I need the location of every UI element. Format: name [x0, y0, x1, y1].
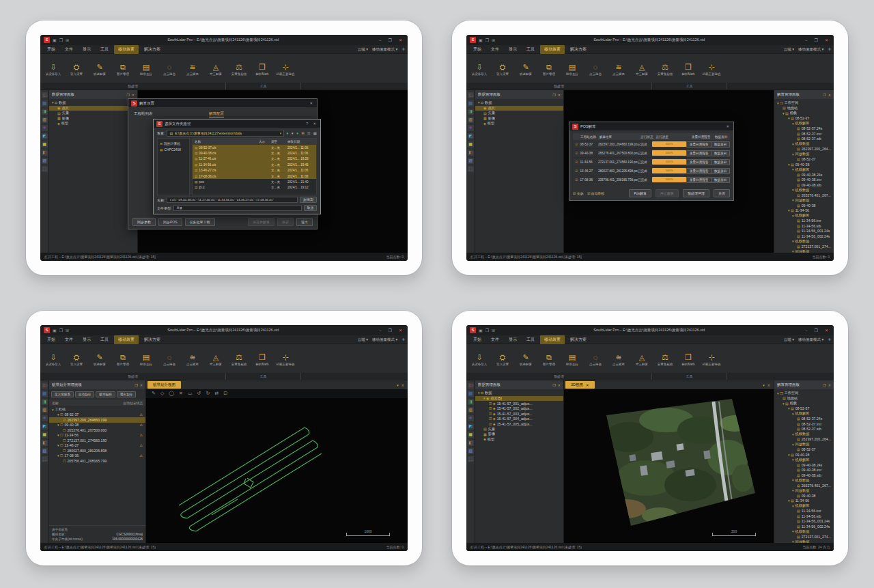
panel-close-icon[interactable]: ✕	[828, 383, 831, 387]
menu-tab[interactable]: 显示	[505, 335, 521, 344]
new-project-icon[interactable]: ⊞	[66, 328, 69, 333]
dialog-close-icon[interactable]: ✕	[308, 101, 314, 105]
ribbon-button[interactable]: ▤ 航带划分	[561, 346, 584, 373]
ribbon-button[interactable]: ✎ 轨迹解算	[514, 55, 537, 83]
toolbar-icon[interactable]: ◩	[468, 423, 474, 430]
tree-item[interactable]: ▾ ▤ 09-40-38	[774, 162, 834, 167]
tab-list-icon[interactable]: ▾	[763, 383, 765, 387]
tree-item[interactable]: ▤ 08-52-37.stb	[774, 137, 834, 142]
tree-item[interactable]: ▤ 11-34-56.stb	[774, 514, 834, 519]
maximize-button[interactable]: ❐	[386, 38, 394, 42]
toolbar-icon[interactable]: ◨	[468, 109, 474, 115]
col-name[interactable]: 名称	[193, 140, 259, 143]
tree-item[interactable]: ☑ ◈ 15-41-57_001_adjus...	[475, 401, 563, 406]
tree-item[interactable]: ◉ 点云	[49, 106, 137, 111]
places-item[interactable]: ⊞ 我的计算机	[158, 140, 189, 147]
tree-item[interactable]: ▾ 回放数据	[774, 198, 834, 204]
tree-item-checkbox[interactable]: ☐	[63, 459, 66, 463]
panel-close-icon[interactable]: ✕	[140, 383, 143, 387]
draw-tool-icon[interactable]: ⊡	[223, 391, 227, 396]
dialog-toolbar-icon[interactable]: ☰	[307, 131, 311, 135]
ribbon-button[interactable]: ⊹ 机载正射融合	[274, 55, 297, 83]
tree-item[interactable]: ▤ 272137.001_274...	[774, 244, 834, 249]
menu-tab[interactable]: 解决方案	[566, 335, 591, 344]
ribbon-button[interactable]: ⊹ 机载正射融合	[274, 346, 297, 373]
view3d-tab[interactable]: 3D视图 ✕	[565, 381, 595, 389]
tree-item-checkbox[interactable]: ▾	[52, 408, 54, 412]
tree-item[interactable]: ▤ 11-34-56.imr	[774, 219, 834, 224]
menu-tab[interactable]: 移动装置	[540, 335, 565, 344]
solve-config-tab[interactable]: 解算配置	[209, 111, 224, 117]
dialog-toolbar-icon[interactable]: ●	[286, 131, 288, 135]
ribbon-button[interactable]: ▤ 航带划分	[561, 55, 584, 83]
toolbar-icon[interactable]: ◧	[468, 440, 474, 446]
sync-params-button[interactable]: 同步参数	[132, 218, 156, 226]
menu-tab[interactable]: 显示	[79, 335, 95, 344]
ribbon-button[interactable]: ◬ 空三解算	[204, 346, 227, 373]
ribbon-button[interactable]: ✎ 轨迹解算	[88, 346, 111, 373]
menu-tab[interactable]: 开始	[469, 335, 485, 344]
tab-close-icon[interactable]: ✕	[767, 383, 770, 387]
file-row[interactable]: ▤pos 文...夹 2024/1... 21:40	[193, 179, 316, 184]
menu-tab[interactable]: 文件	[487, 45, 503, 54]
file-row[interactable]: ▤13-46-27.cls 文...夹 2024/1... 11:06	[193, 168, 316, 173]
tree-item[interactable]: ▾ ☑ 08-52-37 ⚠	[49, 412, 145, 418]
cloud-dropdown[interactable]: 云端 ▾	[358, 337, 368, 342]
tree-item[interactable]: ▤ 08-52-37.24s	[774, 126, 834, 132]
strip-view-tab[interactable]: 航带划分视图	[147, 381, 181, 389]
close-dialog-button[interactable]: 关闭	[714, 189, 730, 197]
menu-tab[interactable]: 文件	[61, 335, 77, 344]
ribbon-button[interactable]: ⇩ 从设备导入	[42, 55, 65, 83]
toolbar-icon[interactable]: ✛	[42, 415, 48, 421]
menu-tab[interactable]: 解决方案	[140, 45, 165, 54]
tree-item[interactable]: ▤ 08-52-37.imr	[774, 421, 834, 427]
toolbar-icon[interactable]: ▥	[42, 117, 48, 123]
tree-item[interactable]: ▾ ☐ 17-08-36 ⚠	[49, 453, 145, 459]
data-qc-button[interactable]: 数据质检	[711, 168, 730, 174]
tree-item[interactable]: ☑ ◈ 15-41-57_004_adjus...	[475, 417, 563, 422]
toolbar-icon[interactable]: ▨	[468, 448, 474, 454]
draw-tool-icon[interactable]: ▭	[188, 391, 193, 396]
tree-item[interactable]: ▾ 机载数据	[774, 432, 834, 437]
tree-item[interactable]: ▤ 09-40-38.stb	[774, 473, 834, 478]
tree-item[interactable]: ▾ 工程站	[49, 407, 145, 412]
toolbar-icon[interactable]: ▨	[468, 158, 474, 164]
tree-item[interactable]: ▤ 09-40-38.24s	[774, 172, 834, 178]
tree-item-checkbox[interactable]: ☐	[63, 438, 66, 443]
select-button[interactable]: 选择(S)	[300, 197, 317, 203]
new-project-icon[interactable]: ⊞	[66, 38, 69, 42]
menu-tab[interactable]: 解决方案	[140, 335, 165, 344]
panel-close-icon[interactable]: ✕	[828, 93, 831, 97]
menu-tab[interactable]: 开始	[43, 45, 59, 54]
toolbar-icon[interactable]: ⬚	[42, 166, 48, 172]
tree-item[interactable]: ▾ ⛭ 数据	[475, 391, 563, 396]
toolbar-icon[interactable]: ◫	[468, 92, 474, 98]
menu-tab[interactable]: 开始	[469, 45, 485, 54]
ribbon-button[interactable]: ⚖ 安置角检校	[227, 346, 251, 373]
tree-item[interactable]: ▤ 11-34-56.stb	[774, 223, 834, 229]
tree-item[interactable]: ▤ 09-40-38.imr	[774, 468, 834, 473]
ribbon-button[interactable]: ≋ 点云赋色	[181, 55, 204, 83]
tree-item[interactable]: ▾ ▤ 08-52-37	[774, 406, 834, 412]
toolbar-icon[interactable]: ▧	[468, 391, 474, 397]
save-icon[interactable]: ▣	[479, 328, 483, 333]
maximize-button[interactable]: ❐	[813, 328, 820, 333]
toolbar-icon[interactable]: ◧	[42, 150, 48, 156]
ribbon-button[interactable]: ⚖ 安置角检校	[653, 346, 677, 373]
auto-qc-checkbox[interactable]: ☑ 自动质检	[587, 191, 604, 195]
panel-float-icon[interactable]: ❐	[552, 383, 555, 387]
ribbon-button[interactable]: ⚖ 安置角检校	[227, 55, 251, 83]
save-and-solve-button[interactable]: 保存并解算	[248, 218, 274, 226]
tree-item-checkbox[interactable]: ▾ ☐	[57, 433, 63, 437]
tree-item-checkbox[interactable]: ▾ ☐	[57, 423, 63, 427]
toolbar-icon[interactable]: ⬚	[42, 456, 48, 462]
new-project-icon[interactable]: ⊞	[492, 38, 495, 42]
tree-item-checkbox[interactable]: ☐	[63, 428, 66, 432]
filename-input[interactable]: 7.cls" "09-40-38.cls" "11-27-46.cls" "11…	[167, 197, 297, 203]
ribbon-button[interactable]: ◬ 空三解算	[630, 346, 653, 373]
dialog-toolbar-icon[interactable]: ▦	[313, 131, 317, 135]
ribbon-pin-icon[interactable]: ✛	[828, 337, 831, 341]
col-date[interactable]: 修改日期	[287, 140, 316, 143]
dialog-toolbar-icon[interactable]: ⊞	[301, 131, 305, 135]
ribbon-button[interactable]: ⧉ 图片管理	[111, 346, 135, 373]
